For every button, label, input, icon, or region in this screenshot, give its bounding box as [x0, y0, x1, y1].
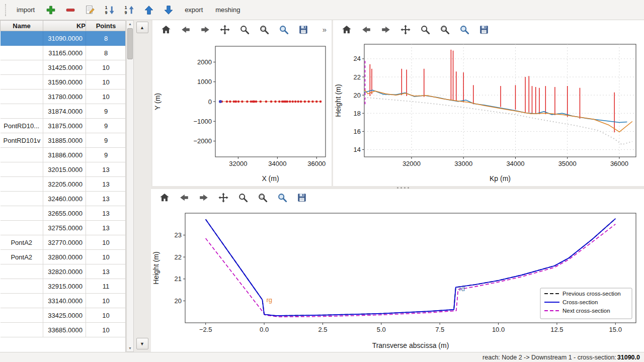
cell-kp[interactable]: 31886.0000: [43, 148, 86, 162]
home-button[interactable]: [157, 190, 172, 205]
scrollbar-down-icon[interactable]: ▼: [127, 345, 133, 351]
cell-points[interactable]: 10: [86, 89, 126, 104]
meshing-button[interactable]: meshing: [211, 4, 244, 16]
cell-points[interactable]: 10: [86, 294, 126, 308]
cell-kp[interactable]: 32655.0000: [43, 206, 86, 221]
cell-kp[interactable]: 33140.0000: [43, 294, 86, 308]
cell-name[interactable]: [1, 294, 43, 308]
cell-name[interactable]: [1, 31, 43, 46]
table-row[interactable]: 33425.000010: [1, 308, 126, 323]
table-scrollbar[interactable]: ▲ ▼: [126, 20, 134, 352]
cell-kp[interactable]: 31875.0000: [43, 119, 86, 133]
cell-kp[interactable]: 31780.0000: [43, 89, 86, 104]
table-row[interactable]: 31780.000010: [1, 89, 126, 104]
cell-points[interactable]: 9: [86, 104, 126, 119]
cell-kp[interactable]: 32205.0000: [43, 177, 86, 192]
home-button[interactable]: [339, 22, 354, 37]
table-row[interactable]: 32655.000013: [1, 206, 126, 221]
cell-name[interactable]: PontRD101v: [1, 133, 43, 148]
cell-kp[interactable]: 32755.0000: [43, 221, 86, 235]
cross-section-plot[interactable]: −2.50.02.55.07.510.012.515.020212223Tran…: [151, 206, 643, 352]
table-row[interactable]: 31874.00009: [1, 104, 126, 119]
cell-kp[interactable]: 31590.0000: [43, 75, 86, 89]
cell-points[interactable]: 9: [86, 148, 126, 162]
cell-name[interactable]: [1, 206, 43, 221]
back-button[interactable]: [177, 190, 192, 205]
cell-points[interactable]: 13: [86, 206, 126, 221]
remove-cross-section-button[interactable]: [63, 3, 78, 18]
cell-name[interactable]: [1, 221, 43, 235]
header-kp[interactable]: KP: [43, 21, 86, 31]
scroll-up-button[interactable]: ▲: [136, 22, 148, 33]
cell-name[interactable]: [1, 279, 43, 294]
table-row[interactable]: 31425.000010: [1, 60, 126, 75]
zoom-button[interactable]: [237, 22, 252, 37]
save-button[interactable]: [296, 22, 311, 37]
toolbar-drag-handle[interactable]: [5, 4, 7, 16]
cell-points[interactable]: 10: [86, 235, 126, 250]
cell-name[interactable]: [1, 323, 43, 337]
cell-name[interactable]: [1, 104, 43, 119]
save-button[interactable]: [476, 22, 492, 37]
table-row[interactable]: 33685.000010: [1, 323, 126, 337]
add-cross-section-button[interactable]: [43, 3, 58, 18]
cell-points[interactable]: 9: [86, 119, 126, 133]
home-button[interactable]: [158, 22, 174, 37]
table-row[interactable]: 31886.00009: [1, 148, 126, 162]
cell-points[interactable]: 9: [86, 133, 126, 148]
zoom-button[interactable]: [418, 22, 433, 37]
sort-ascending-button[interactable]: 19: [102, 3, 117, 18]
table-row[interactable]: 32820.000013: [1, 264, 126, 279]
pan-button[interactable]: [398, 22, 413, 37]
cell-points[interactable]: 13: [86, 192, 126, 206]
table-row[interactable]: PontRD10...31875.00009: [1, 119, 126, 133]
header-points[interactable]: Points: [86, 21, 126, 31]
forward-button[interactable]: [196, 190, 211, 205]
cell-kp[interactable]: 31874.0000: [43, 104, 86, 119]
cell-kp[interactable]: 32800.0000: [43, 250, 86, 264]
scrollbar-up-icon[interactable]: ▲: [127, 21, 133, 27]
cell-points[interactable]: 8: [86, 31, 126, 46]
cell-points[interactable]: 13: [86, 221, 126, 235]
cell-name[interactable]: PontRD10...: [1, 119, 43, 133]
cell-kp[interactable]: 32770.0000: [43, 235, 86, 250]
table-row[interactable]: 31090.00008: [1, 31, 126, 46]
cell-name[interactable]: [1, 177, 43, 192]
cell-name[interactable]: [1, 60, 43, 75]
cell-kp[interactable]: 32460.0000: [43, 192, 86, 206]
cell-points[interactable]: 13: [86, 264, 126, 279]
table-row[interactable]: 31165.00008: [1, 46, 126, 60]
cell-name[interactable]: [1, 308, 43, 323]
cell-name[interactable]: [1, 162, 43, 177]
pan-button[interactable]: [216, 190, 231, 205]
scrollbar-handle[interactable]: [127, 28, 133, 59]
cell-name[interactable]: [1, 264, 43, 279]
forward-button[interactable]: [198, 22, 213, 37]
zoom-reset-button[interactable]: [457, 22, 472, 37]
cell-points[interactable]: 13: [86, 177, 126, 192]
table-row[interactable]: 33140.000010: [1, 294, 126, 308]
save-button[interactable]: [294, 190, 309, 205]
table-row[interactable]: 32460.000013: [1, 192, 126, 206]
back-button[interactable]: [178, 22, 193, 37]
move-down-button[interactable]: [161, 3, 176, 18]
cell-points[interactable]: 10: [86, 60, 126, 75]
table-row[interactable]: 32915.000011: [1, 279, 126, 294]
toolbar-overflow-button[interactable]: »: [320, 24, 329, 35]
cell-name[interactable]: [1, 46, 43, 60]
longitudinal-profile-plot[interactable]: 3200033000340003500036000141618202224Kp …: [333, 39, 643, 185]
cell-name[interactable]: [1, 75, 43, 89]
cell-points[interactable]: 11: [86, 279, 126, 294]
cell-kp[interactable]: 31090.0000: [43, 31, 86, 46]
back-button[interactable]: [359, 22, 374, 37]
scroll-down-button[interactable]: ▼: [136, 338, 148, 349]
cell-name[interactable]: PontA2: [1, 250, 43, 264]
table-row[interactable]: PontA232770.000010: [1, 235, 126, 250]
zoom-select-button[interactable]: [437, 22, 452, 37]
cell-points[interactable]: 10: [86, 75, 126, 89]
zoom-button[interactable]: [235, 190, 251, 205]
cell-kp[interactable]: 32915.0000: [43, 279, 86, 294]
cell-kp[interactable]: 31165.0000: [43, 46, 86, 60]
header-name[interactable]: Name: [1, 21, 43, 31]
cell-name[interactable]: [1, 148, 43, 162]
